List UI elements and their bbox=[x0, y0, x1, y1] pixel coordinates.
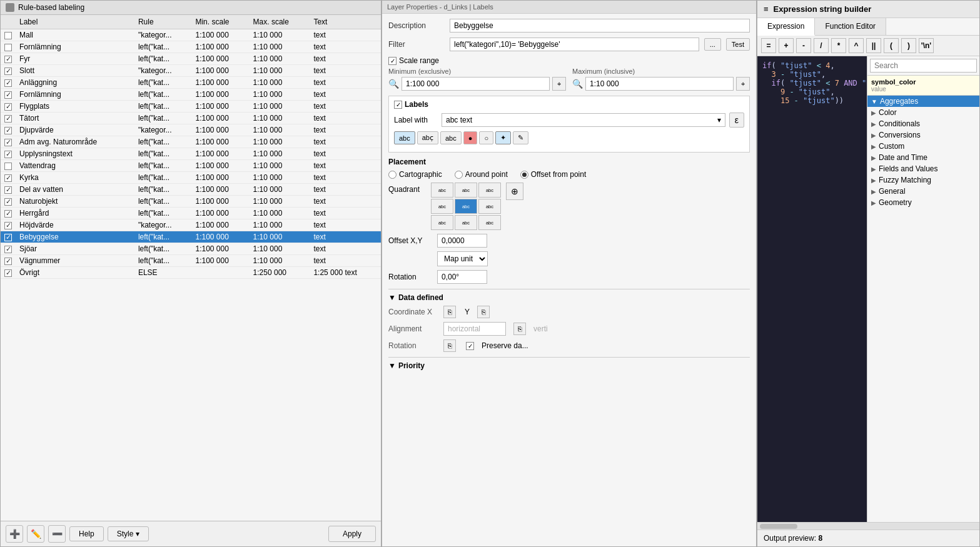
preserve-da-checkbox[interactable] bbox=[466, 342, 474, 350]
row-checkbox[interactable] bbox=[4, 210, 12, 218]
tree-item[interactable]: ▶Custom bbox=[867, 141, 979, 152]
data-defined-toggle[interactable]: ▼ Data defined bbox=[388, 293, 750, 302]
quad-bc[interactable]: abc bbox=[455, 215, 477, 230]
priority-toggle[interactable]: ▼ Priority bbox=[388, 361, 750, 370]
tab-abc-1[interactable]: abc bbox=[394, 131, 415, 144]
op-newline[interactable]: '\n' bbox=[919, 38, 934, 53]
tree-item[interactable]: ▶Color bbox=[867, 107, 979, 118]
filter-dots-button[interactable]: ... bbox=[704, 38, 721, 51]
tab-abc-2[interactable]: abc̣ bbox=[417, 131, 438, 144]
op-divide[interactable]: / bbox=[814, 38, 829, 53]
op-plus[interactable]: + bbox=[779, 38, 794, 53]
table-row[interactable]: Fyr left("kat... 1:100 000 1:10 000 text bbox=[1, 53, 381, 65]
filter-test-button[interactable]: Test bbox=[726, 38, 750, 51]
table-row[interactable]: Herrgård left("kat... 1:100 000 1:10 000… bbox=[1, 208, 381, 219]
scale-range-checkbox[interactable] bbox=[388, 57, 397, 65]
tab-abc-3[interactable]: abc bbox=[440, 131, 462, 144]
quad-tl[interactable]: abc bbox=[431, 183, 453, 198]
alignment-dd-btn[interactable]: ⎘ bbox=[513, 323, 526, 335]
tab-expression[interactable]: Expression bbox=[757, 18, 815, 36]
max-scale-input[interactable] bbox=[585, 77, 734, 91]
op-lparen[interactable]: ( bbox=[884, 38, 899, 53]
tab-star[interactable]: ✦ bbox=[495, 131, 511, 144]
row-checkbox[interactable] bbox=[4, 198, 12, 206]
table-row[interactable]: Övrigt ELSE 1:250 000 1:25 000 text bbox=[1, 267, 381, 279]
tab-circle-empty[interactable]: ○ bbox=[479, 131, 493, 144]
quad-mc[interactable]: abc bbox=[455, 199, 477, 214]
op-caret[interactable]: ^ bbox=[849, 38, 864, 53]
row-checkbox[interactable] bbox=[4, 127, 12, 134]
tree-item[interactable]: ▶Conditionals bbox=[867, 118, 979, 129]
table-row[interactable]: Slott "kategor... 1:100 000 1:10 000 tex… bbox=[1, 65, 381, 77]
radio-cartographic[interactable]: Cartographic bbox=[388, 170, 442, 179]
radio-around-point[interactable]: Around point bbox=[455, 170, 508, 179]
min-scale-current-btn[interactable]: ⌖ bbox=[552, 77, 566, 91]
row-checkbox[interactable] bbox=[4, 139, 12, 146]
row-checkbox[interactable] bbox=[4, 103, 12, 111]
table-row[interactable]: Fornlämning left("kat... 1:100 000 1:10 … bbox=[1, 41, 381, 53]
map-unit-select[interactable]: Map unit bbox=[437, 251, 488, 266]
label-edit-button[interactable]: ε bbox=[729, 113, 744, 128]
tree-item[interactable]: ▼Aggregates bbox=[867, 96, 979, 107]
offset-xy-input[interactable] bbox=[437, 234, 487, 248]
row-checkbox[interactable] bbox=[4, 151, 12, 158]
edit-rule-button[interactable]: ✏️ bbox=[27, 525, 44, 543]
quad-tr[interactable]: abc bbox=[478, 183, 501, 198]
scrollbar-thumb[interactable] bbox=[760, 524, 797, 529]
search-input[interactable] bbox=[870, 59, 977, 73]
radio-offset-from-point[interactable]: Offset from point bbox=[520, 170, 586, 179]
help-button[interactable]: Help bbox=[69, 526, 104, 541]
op-equals[interactable]: = bbox=[761, 38, 776, 53]
tree-item[interactable]: ▶General bbox=[867, 186, 979, 197]
row-checkbox[interactable] bbox=[4, 56, 12, 63]
min-scale-input[interactable] bbox=[402, 77, 550, 91]
row-checkbox[interactable] bbox=[4, 222, 12, 229]
op-concat[interactable]: || bbox=[866, 38, 881, 53]
row-checkbox[interactable] bbox=[4, 44, 12, 51]
table-row[interactable]: Fornlämning left("kat... 1:100 000 1:10 … bbox=[1, 89, 381, 101]
table-row[interactable]: Djupvärde "kategor... 1:100 000 1:10 000… bbox=[1, 124, 381, 136]
table-row[interactable]: Höjdvärde "kategor... 1:100 000 1:10 000… bbox=[1, 219, 381, 231]
tree-item[interactable]: ▶Conversions bbox=[867, 129, 979, 141]
rotation-input[interactable] bbox=[437, 270, 487, 284]
filter-input[interactable] bbox=[450, 38, 699, 51]
table-row[interactable]: Flygplats left("kat... 1:100 000 1:10 00… bbox=[1, 101, 381, 113]
row-checkbox[interactable] bbox=[4, 163, 12, 170]
tree-item[interactable]: ▶Geometry bbox=[867, 197, 979, 208]
row-checkbox[interactable] bbox=[4, 32, 12, 39]
quad-mr[interactable]: abc bbox=[478, 199, 501, 214]
description-input[interactable] bbox=[450, 19, 750, 33]
row-checkbox[interactable] bbox=[4, 234, 12, 241]
remove-rule-button[interactable]: ➖ bbox=[48, 525, 66, 543]
tab-circle-fill[interactable]: ● bbox=[463, 131, 478, 144]
add-rule-button[interactable]: ➕ bbox=[6, 525, 23, 543]
quad-br[interactable]: abc bbox=[478, 215, 501, 230]
table-row[interactable]: Sjöar left("kat... 1:100 000 1:10 000 te… bbox=[1, 243, 381, 255]
tab-pen[interactable]: ✎ bbox=[513, 131, 528, 144]
table-row[interactable]: Tätort left("kat... 1:100 000 1:10 000 t… bbox=[1, 113, 381, 124]
tree-item[interactable]: ▶Date and Time bbox=[867, 152, 979, 163]
expr-menu-icon[interactable]: ≡ bbox=[764, 4, 769, 14]
max-scale-current-btn[interactable]: ⌖ bbox=[736, 77, 750, 91]
table-row[interactable]: Vägnummer left("kat... 1:100 000 1:10 00… bbox=[1, 255, 381, 267]
row-checkbox[interactable] bbox=[4, 68, 12, 75]
row-checkbox[interactable] bbox=[4, 115, 12, 123]
row-checkbox[interactable] bbox=[4, 174, 12, 182]
table-row[interactable]: Adm avg. Naturområde left("kat... 1:100 … bbox=[1, 136, 381, 148]
row-checkbox[interactable] bbox=[4, 186, 12, 194]
labels-checkbox[interactable] bbox=[394, 101, 402, 109]
op-minus[interactable]: - bbox=[796, 38, 811, 53]
table-row[interactable]: Anläggning left("kat... 1:100 000 1:10 0… bbox=[1, 77, 381, 89]
expr-editor[interactable]: if( "tjust" < 4, 3 - "tjust", if( "tjust… bbox=[757, 56, 867, 522]
tree-item[interactable]: ▶Fields and Values bbox=[867, 163, 979, 174]
op-rparen[interactable]: ) bbox=[901, 38, 916, 53]
op-multiply[interactable]: * bbox=[831, 38, 846, 53]
tab-function-editor[interactable]: Function Editor bbox=[815, 18, 886, 35]
quad-bl[interactable]: abc bbox=[431, 215, 453, 230]
row-checkbox[interactable] bbox=[4, 269, 12, 277]
row-checkbox[interactable] bbox=[4, 258, 12, 265]
row-checkbox[interactable] bbox=[4, 91, 12, 99]
row-checkbox[interactable] bbox=[4, 246, 12, 253]
table-row[interactable]: Vattendrag left("kat... 1:100 000 1:10 0… bbox=[1, 160, 381, 172]
quad-ml[interactable]: abc bbox=[431, 199, 453, 214]
